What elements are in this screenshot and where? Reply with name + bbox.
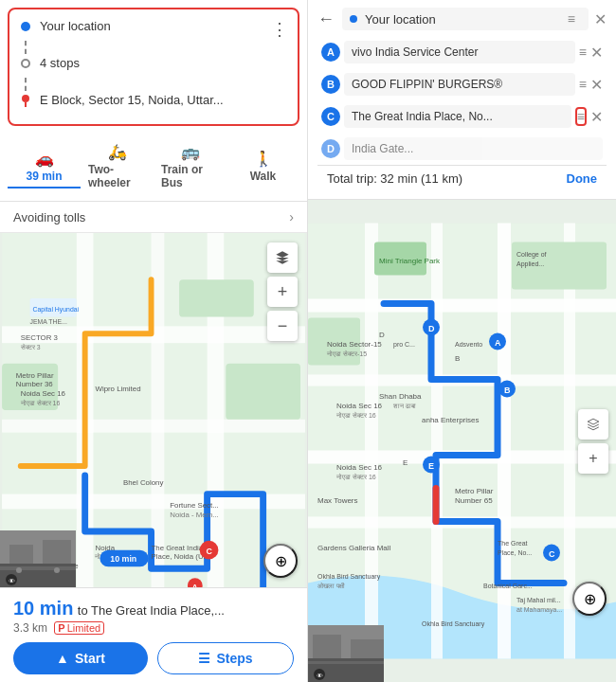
street-view-thumbnail-right[interactable]: 👁 <box>308 625 384 682</box>
start-button[interactable]: ▲ Start <box>13 642 148 674</box>
drag-handle-c-icon[interactable]: ≡ <box>575 107 587 126</box>
destination-text: E Block, Sector 15, Noida, Uttar... <box>40 93 224 107</box>
remove-waypoint-b-button[interactable]: ✕ <box>590 76 603 94</box>
drag-handle-icon: ≡ <box>568 11 575 27</box>
waypoint-label-b: B <box>321 75 340 94</box>
done-button[interactable]: Done <box>567 171 598 186</box>
right-map-controls: + <box>578 409 608 474</box>
right-panel: ← Your location ≡ ✕ A ≡ ✕ B ≡ ✕ <box>308 0 616 682</box>
svg-text:Fortune Sect...: Fortune Sect... <box>170 501 219 510</box>
svg-rect-99 <box>313 635 341 658</box>
svg-text:Number 65: Number 65 <box>455 496 493 505</box>
steps-label: Steps <box>216 651 252 666</box>
svg-text:JEMA THE...: JEMA THE... <box>30 318 67 325</box>
svg-text:Bhel Colony: Bhel Colony <box>123 478 163 487</box>
svg-text:10 min: 10 min <box>110 554 136 564</box>
waypoint-input-c[interactable] <box>344 105 571 128</box>
compass-button[interactable]: ⊕ <box>263 544 298 578</box>
navigation-icon: ▲ <box>56 651 69 666</box>
right-map-svg: Mini Triangle Park College of Applied...… <box>308 200 616 682</box>
stops-dot <box>21 59 30 68</box>
svg-text:College of: College of <box>516 251 547 259</box>
svg-rect-101 <box>308 661 384 664</box>
waypoint-actions-a: ≡ ✕ <box>579 44 603 62</box>
thumbnail-image-left: 👁 <box>0 530 76 587</box>
zoom-in-button[interactable]: + <box>267 277 298 307</box>
zoom-in-button-right[interactable]: + <box>578 443 608 474</box>
origin-row: Your location <box>21 19 286 33</box>
svg-text:Metro Pillar: Metro Pillar <box>16 371 54 380</box>
svg-text:E: E <box>428 461 434 471</box>
tab-transit[interactable]: 🚌 Train or Bus <box>154 139 226 195</box>
waypoint-input-d[interactable] <box>344 137 603 160</box>
waypoint-row-c: C ≡ ✕ <box>317 100 607 133</box>
tab-car[interactable]: 🚗 39 min <box>8 146 81 188</box>
walk-icon: 🚶 <box>254 150 273 168</box>
layers-button[interactable] <box>267 242 298 273</box>
svg-text:नोएडा सेक्टर-15: नोएडा सेक्टर-15 <box>326 350 367 357</box>
waypoint-label-d: D <box>321 139 340 158</box>
svg-text:D: D <box>379 331 385 339</box>
location-dot-right <box>350 15 357 23</box>
waypoint-row-a: A ≡ ✕ <box>317 36 607 68</box>
svg-text:SECTOR 3: SECTOR 3 <box>21 333 59 342</box>
svg-text:शान ढाबा: शान ढाबा <box>392 403 416 409</box>
steps-icon: ☰ <box>198 651 210 666</box>
zoom-out-button[interactable]: − <box>267 311 298 341</box>
avoid-tolls-text: Avoiding tolls <box>13 210 85 224</box>
close-button[interactable]: ✕ <box>594 10 607 28</box>
remove-waypoint-c-button[interactable]: ✕ <box>590 108 603 126</box>
svg-text:Max Towers: Max Towers <box>317 496 358 505</box>
steps-button[interactable]: ☰ Steps <box>157 642 294 674</box>
compass-button-right[interactable]: ⊕ <box>572 582 607 616</box>
svg-text:D: D <box>428 324 435 333</box>
back-button[interactable]: ← <box>317 9 335 29</box>
tab-twowheeler[interactable]: 🛵 Two-wheeler <box>81 139 154 195</box>
svg-text:Taj Mahal mil...: Taj Mahal mil... <box>516 597 561 604</box>
drag-handle-a-icon[interactable]: ≡ <box>579 45 587 60</box>
svg-text:at Mahamaya...: at Mahamaya... <box>516 606 562 614</box>
svg-text:नोएडा सेक्टर 16: नोएडा सेक्टर 16 <box>335 473 376 480</box>
svg-rect-11 <box>226 364 300 420</box>
action-buttons: ▲ Start ☰ Steps <box>13 642 294 674</box>
compass-icon-right: ⊕ <box>584 590 596 608</box>
bottom-meta: 3.3 km P Limited <box>13 621 294 635</box>
svg-text:Noida Sector-15: Noida Sector-15 <box>327 340 382 349</box>
svg-rect-41 <box>0 566 76 570</box>
your-location-text-right: Your location <box>365 12 568 27</box>
origin-dot <box>21 22 30 31</box>
svg-text:👁: 👁 <box>317 673 323 679</box>
more-icon[interactable]: ⋮ <box>271 19 288 40</box>
waypoint-actions-c: ≡ ✕ <box>575 107 603 126</box>
svg-text:The Great: The Great <box>498 540 528 547</box>
layers-button-right[interactable] <box>578 409 608 440</box>
svg-text:anha Enterprises: anha Enterprises <box>422 416 479 424</box>
svg-text:Metro Pillar: Metro Pillar <box>455 487 494 495</box>
waypoint-input-a[interactable] <box>344 41 575 63</box>
svg-text:सेक्टर 3: सेक्टर 3 <box>20 343 41 350</box>
parking-badge: P Limited <box>54 621 104 635</box>
tab-walk[interactable]: 🚶 Walk <box>226 146 299 188</box>
svg-rect-7 <box>2 420 305 433</box>
car-icon: 🚗 <box>35 150 54 168</box>
svg-point-0 <box>22 95 29 102</box>
svg-text:Applied...: Applied... <box>516 260 544 268</box>
bottom-distance: 3.3 km <box>13 621 47 635</box>
drag-handle-b-icon[interactable]: ≡ <box>579 77 587 92</box>
destination-pin-icon <box>21 94 30 107</box>
walk-label: Walk <box>250 170 277 183</box>
street-view-thumbnail-left[interactable]: 👁 <box>0 530 76 587</box>
svg-point-42 <box>16 567 22 573</box>
transit-icon: 🚌 <box>181 143 200 161</box>
svg-text:Okhla Bird Sanctuary: Okhla Bird Sanctuary <box>317 573 381 581</box>
your-location-box[interactable]: Your location ≡ <box>342 8 589 30</box>
avoid-tolls-row[interactable]: Avoiding tolls › <box>0 202 307 233</box>
start-label: Start <box>75 651 105 666</box>
svg-text:B: B <box>455 354 460 363</box>
svg-rect-52 <box>431 224 443 659</box>
remove-waypoint-a-button[interactable]: ✕ <box>590 44 603 62</box>
left-panel: Your location 4 stops E Block, Sector 15… <box>0 0 308 682</box>
svg-rect-40 <box>43 540 71 564</box>
twowheeler-label: Two-wheeler <box>88 163 146 189</box>
waypoint-input-b[interactable] <box>344 73 575 96</box>
